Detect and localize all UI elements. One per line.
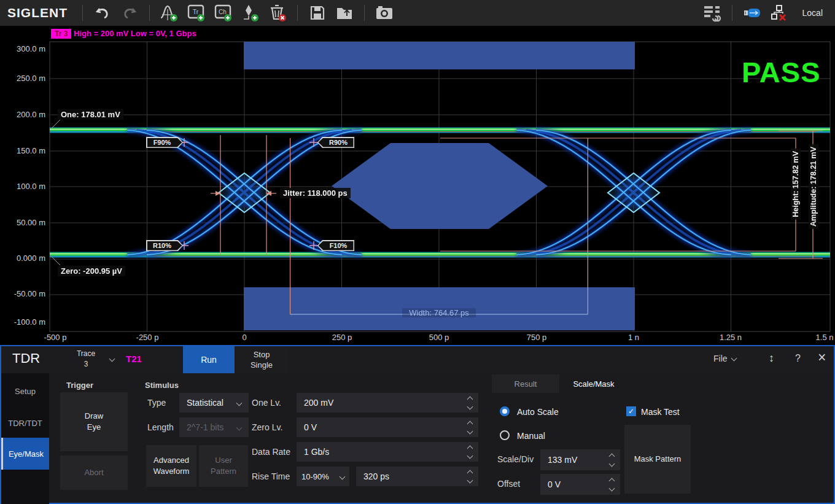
zero-lv-input[interactable]: 0 V — [297, 417, 478, 437]
y-tick: -50.00 m — [2, 289, 45, 298]
spinner-control[interactable] — [468, 471, 472, 483]
tab-result[interactable]: Result — [492, 374, 559, 393]
scale-div-input[interactable]: 133 mV — [540, 449, 620, 470]
y-tick: 300.0 m — [2, 44, 45, 53]
length-label: Length — [147, 422, 174, 432]
one-lv-label: One Lv. — [252, 398, 281, 408]
auto-scale-radio[interactable] — [500, 406, 510, 416]
app-window: SIGLENT Tr Ch — [0, 0, 835, 504]
toolbar: SIGLENT Tr Ch — [0, 0, 835, 26]
spinner-control[interactable] — [468, 446, 472, 458]
x-tick: -500 p — [44, 333, 67, 342]
panel-title: TDR — [12, 351, 40, 366]
mask-test-checkbox[interactable]: ✓ — [626, 406, 636, 416]
trace-selector-number: 3 — [70, 359, 102, 370]
chevron-down-icon — [340, 473, 346, 479]
y-tick: 150.0 m — [2, 146, 45, 155]
add-waveform-icon[interactable] — [156, 2, 183, 24]
spinner-control[interactable] — [610, 479, 614, 490]
y-tick: 250.0 m — [2, 74, 45, 83]
delete-icon[interactable] — [264, 2, 291, 24]
data-rate-input[interactable]: 1 Gb/s — [297, 442, 478, 462]
x-tick: 1.5 n — [816, 333, 834, 342]
mask-pattern-button[interactable]: Mask Pattern — [624, 425, 691, 494]
trigger-header: Trigger — [66, 381, 93, 390]
trace-selector[interactable]: Trace 3 — [70, 349, 102, 370]
amplitude-annotation: Amplitude: 178.21 mV — [809, 144, 818, 229]
data-rate-label: Data Rate — [252, 447, 290, 457]
rise-time-input[interactable]: 320 ps — [356, 467, 478, 486]
rise-time-label: Rise Time — [252, 471, 290, 481]
display-layout-icon[interactable] — [699, 2, 726, 24]
add-trace-icon[interactable]: Tr — [183, 2, 210, 24]
chevron-down-icon — [236, 424, 243, 430]
tab-scale-mask[interactable]: Scale/Mask — [559, 374, 628, 393]
type-label: Type — [147, 398, 166, 408]
draw-eye-button[interactable]: Draw Eye — [60, 392, 128, 451]
user-pattern-button[interactable]: User Pattern — [199, 445, 248, 487]
zero-level-annotation: Zero: -200.95 µV — [58, 266, 125, 276]
file-menu[interactable]: File — [713, 354, 736, 363]
spinner-control[interactable] — [610, 454, 614, 466]
tdr-titlebar: TDR Trace 3 T21 Run Stop Single File ↕ ?… — [1, 346, 834, 373]
recall-icon[interactable] — [331, 2, 358, 24]
trace-badge[interactable]: Tr 3 — [51, 29, 71, 39]
toolbar-separator — [149, 5, 150, 21]
y-tick: 200.0 m — [2, 110, 45, 119]
marker-f90: F90% — [146, 137, 183, 148]
rise-time-range-dropdown[interactable]: 10-90% — [297, 467, 349, 486]
type-dropdown[interactable]: Statistical — [179, 393, 249, 413]
x-tick: 0 — [242, 333, 246, 342]
marker-r90: R90% — [317, 137, 354, 148]
zero-lv-label: Zero Lv. — [252, 422, 282, 432]
usb-icon[interactable] — [739, 2, 766, 24]
undo-icon[interactable] — [89, 2, 116, 24]
resize-panel-icon[interactable]: ↕ — [769, 352, 774, 365]
x-tick: 250 p — [332, 333, 352, 342]
add-marker-icon[interactable] — [237, 2, 264, 24]
spinner-control[interactable] — [468, 397, 472, 409]
screenshot-icon[interactable] — [371, 2, 398, 24]
advanced-waveform-button[interactable]: Advanced Waveform — [146, 445, 196, 487]
length-dropdown[interactable]: 2^7-1 bits — [179, 417, 249, 437]
siglent-logo: SIGLENT — [7, 6, 68, 20]
help-icon[interactable]: ? — [795, 353, 801, 364]
spinner-control[interactable] — [468, 422, 472, 433]
trace-info: High = 200 mV Low = 0V, 1 Gbps — [74, 29, 196, 38]
marker-r10: R10% — [146, 240, 183, 251]
chevron-down-icon — [236, 400, 243, 406]
manual-radio[interactable] — [500, 430, 510, 440]
abort-button[interactable]: Abort — [60, 456, 128, 490]
manual-label[interactable]: Manual — [517, 431, 545, 441]
x-tick: 500 p — [429, 333, 449, 342]
save-icon[interactable] — [304, 2, 331, 24]
toolbar-separator — [364, 5, 365, 21]
close-icon[interactable]: × — [818, 349, 826, 366]
mask-test-label[interactable]: Mask Test — [641, 407, 680, 417]
offset-input[interactable]: 0 V — [540, 474, 620, 495]
one-lv-input[interactable]: 200 mV — [297, 393, 478, 413]
x-tick: 1.25 n — [720, 333, 742, 342]
mask-center-hexagon — [332, 143, 548, 229]
stop-single-button[interactable]: Stop Single — [236, 346, 287, 373]
lan-disconnected-icon[interactable] — [766, 2, 793, 24]
tab-tdr-tdt[interactable]: TDR/TDT — [1, 409, 49, 438]
tab-setup[interactable]: Setup — [1, 377, 49, 406]
y-tick: 0.000 m — [2, 254, 45, 263]
stimulus-header: Stimulus — [145, 381, 179, 390]
trace-name[interactable]: T21 — [126, 354, 142, 364]
mask-top — [244, 42, 635, 69]
local-status[interactable]: Local — [802, 8, 823, 18]
redo-icon[interactable] — [116, 2, 143, 24]
offset-label: Offset — [497, 479, 520, 489]
run-button[interactable]: Run — [183, 346, 235, 373]
add-channel-icon[interactable]: Ch — [210, 2, 237, 24]
toolbar-separator — [297, 5, 298, 21]
auto-scale-label[interactable]: Auto Scale — [517, 407, 559, 417]
tab-eye-mask[interactable]: Eye/Mask — [1, 438, 49, 470]
chevron-down-icon[interactable] — [109, 356, 115, 362]
y-tick: 100.0 m — [2, 182, 45, 191]
stop-label: Stop — [254, 349, 270, 360]
eye-diagram-plot[interactable]: Tr 3 High = 200 mV Low = 0V, 1 Gbps PASS… — [0, 26, 835, 345]
svg-text:Ch: Ch — [219, 9, 227, 15]
